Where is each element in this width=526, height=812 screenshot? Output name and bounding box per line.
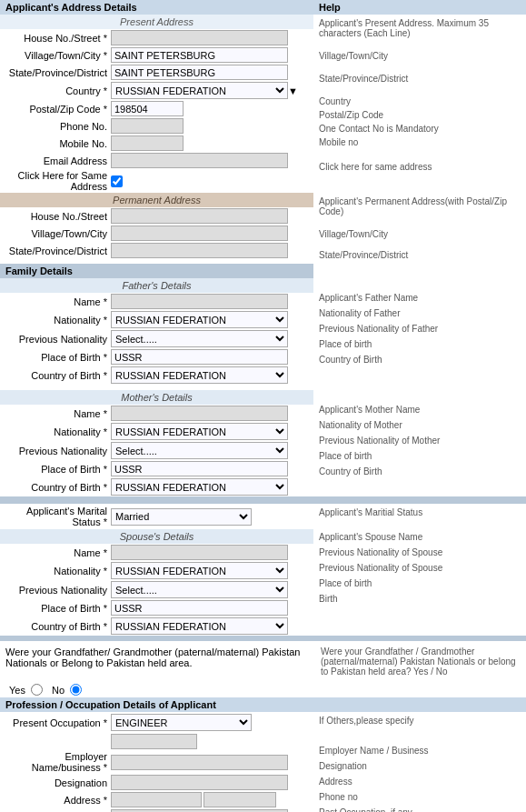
postal-label: Postal/Zip Code * <box>2 104 111 115</box>
present-address-title: Present Address <box>0 15 313 29</box>
hint-phone: Phone no <box>319 788 521 804</box>
marital-status-label: Applicant's Marital Status * <box>2 506 111 527</box>
spouse-name-label: Name * <box>2 547 111 558</box>
father-nationality-select[interactable]: RUSSIAN FEDERATION <box>111 311 288 328</box>
family-details-header: Family Details <box>0 264 313 278</box>
house-label: House No./Street * <box>2 33 111 44</box>
mother-nationality-select[interactable]: RUSSIAN FEDERATION <box>111 423 288 440</box>
perm-village-input[interactable] <box>111 226 288 241</box>
perm-house-input[interactable] <box>111 208 288 224</box>
perm-state-input[interactable] <box>111 243 288 258</box>
address-label: Address * <box>2 795 111 806</box>
hint-mother-country: Country of Birth <box>319 463 521 478</box>
spouse-name-input[interactable] <box>111 545 288 560</box>
father-details-title: Father's Details <box>0 278 313 293</box>
mother-prev-nat-label: Previous Nationality <box>2 446 111 456</box>
hint-country: Country <box>319 85 521 108</box>
hint-village: Village/Town/City <box>319 40 521 63</box>
mother-place-birth-input[interactable] <box>111 461 288 476</box>
section-header-right: Help <box>319 2 521 13</box>
mother-name-label: Name * <box>2 408 111 419</box>
perm-state-label: State/Province/District <box>2 246 111 256</box>
hint-perm-village: Village/Town/City <box>319 218 521 241</box>
mother-country-birth-select[interactable]: RUSSIAN FEDERATION <box>111 478 288 496</box>
perm-village-label: Village/Town/City <box>2 228 111 239</box>
hint-if-others: If Others,please specify <box>319 714 521 727</box>
phone-label: Phone No. <box>2 121 111 132</box>
spouse-country-birth-label: Country of Birth * <box>2 621 111 632</box>
phone-input[interactable] <box>111 118 184 134</box>
father-country-birth-select[interactable]: RUSSIAN FEDERATION <box>111 366 288 384</box>
hint-spouse-place: Place of birth <box>319 575 521 590</box>
spouse-nationality-select[interactable]: RUSSIAN FEDERATION <box>111 562 288 579</box>
spouse-prev-nat-label: Previous Nationality <box>2 585 111 596</box>
hint-postal: Postal/Zip Code <box>319 108 521 122</box>
hint-mother-prev-nat: Previous Nationality of Mother <box>319 432 521 447</box>
hint-phone: One Contact No is Mandatory <box>319 122 521 135</box>
if-others-input[interactable] <box>111 734 197 749</box>
hint-designation: Designation <box>319 757 521 773</box>
village-label: Village/Town/City * <box>2 50 111 61</box>
click-same-label: Click Here for Same Address <box>2 170 111 192</box>
hint-employer: Employer Name / Business <box>319 727 521 757</box>
spouse-country-birth-select[interactable]: RUSSIAN FEDERATION <box>111 617 288 635</box>
hint-perm-state: State/Province/District <box>319 241 521 262</box>
grandfather-hint: Were your Grandfather / Grandmother (pat… <box>315 645 524 678</box>
same-address-checkbox[interactable] <box>111 175 123 187</box>
email-input[interactable] <box>111 153 288 168</box>
father-name-input[interactable] <box>111 294 288 309</box>
father-prev-nat-label: Previous Nationality <box>2 334 111 345</box>
email-label: Email Address <box>2 155 111 166</box>
father-country-birth-label: Country of Birth * <box>2 370 111 381</box>
mother-details-title: Mother's Details <box>0 390 313 405</box>
hint-father-prev-nat: Previous Nationality of Father <box>319 320 521 336</box>
hint-mother-place: Place of birth <box>319 447 521 463</box>
mobile-input[interactable] <box>111 135 184 151</box>
present-occupation-select[interactable]: ENGINEER <box>111 714 252 731</box>
mother-prev-nat-select[interactable]: Select..... <box>111 442 288 459</box>
employer-label: Employer Name/business * <box>2 751 111 773</box>
mobile-label: Mobile No. <box>2 138 111 149</box>
hint-mother-name: Applicant's Mother Name <box>319 392 521 416</box>
mother-name-input[interactable] <box>111 406 288 421</box>
address-input2[interactable] <box>203 792 276 807</box>
hint-state: State/Province/District <box>319 63 521 85</box>
grandfather-yes-radio[interactable] <box>31 684 43 696</box>
yes-label: Yes <box>9 685 25 696</box>
hint-mother-nationality: Nationality of Mother <box>319 416 521 432</box>
village-input[interactable] <box>111 47 288 63</box>
mother-country-birth-label: Country of Birth * <box>2 482 111 493</box>
postal-input[interactable] <box>111 101 184 116</box>
section-header-left: Applicant's Address Details <box>5 2 319 13</box>
country-select[interactable]: RUSSIAN FEDERATION <box>111 82 288 99</box>
hint-spouse-name: Applicant's Spouse Name <box>319 519 521 544</box>
hint-father-country: Country of Birth <box>319 351 521 366</box>
profession-header: Profession / Occupation Details of Appli… <box>0 697 526 712</box>
hint-perm-house: Applicant's Permanent Address(with Posta… <box>319 195 521 218</box>
mother-nationality-label: Nationality * <box>2 426 111 437</box>
permanent-address-title: Permanent Address <box>0 193 313 207</box>
spouse-prev-nat-select[interactable]: Select..... <box>111 581 288 598</box>
address-input[interactable] <box>111 792 202 807</box>
hint-birth: Birth <box>319 590 521 606</box>
grandfather-question: Were your Grandfather/ Grandmother (pate… <box>2 645 315 678</box>
hint-mobile: Mobile no <box>319 135 521 149</box>
father-place-birth-input[interactable] <box>111 349 288 365</box>
state-input[interactable] <box>111 65 288 80</box>
state-label: State/Province/District <box>2 67 111 78</box>
spouse-place-birth-input[interactable] <box>111 600 288 616</box>
no-label: No <box>52 685 65 696</box>
grandfather-no-radio[interactable] <box>70 684 82 696</box>
designation-label: Designation <box>2 777 111 788</box>
hint-father-nationality: Nationality of Father <box>319 305 521 320</box>
father-nationality-label: Nationality * <box>2 315 111 326</box>
designation-input[interactable] <box>111 775 288 790</box>
marital-status-select[interactable]: Married <box>111 508 252 526</box>
hint-address: Address <box>319 773 521 788</box>
country-label: Country * <box>2 85 111 96</box>
employer-input[interactable] <box>111 755 288 770</box>
house-input[interactable] <box>111 30 288 45</box>
hint-spouse-nat: Previous Nationality of Spouse <box>319 544 521 559</box>
father-prev-nat-select[interactable]: Select..... <box>111 330 288 347</box>
spouse-place-birth-label: Place of Birth * <box>2 603 111 614</box>
